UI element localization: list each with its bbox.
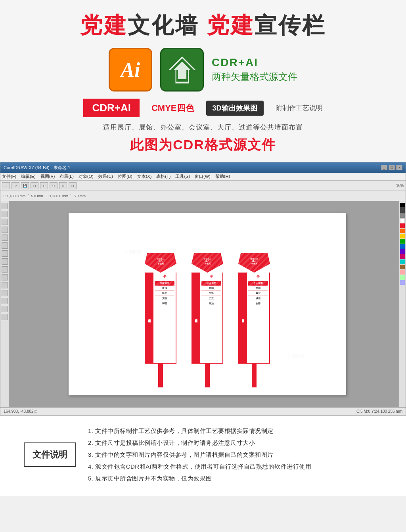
sign-1-item-4: 和谐	[155, 302, 174, 306]
cdr-statusbar: 164.900, -48.882 □ C:5 M:0 Y:24.100 255 …	[0, 407, 406, 415]
tool-text[interactable]	[2, 266, 8, 273]
sign-2-item-3: 公正	[201, 297, 221, 301]
color-dark-gray[interactable]	[400, 208, 405, 213]
menu-object[interactable]: 对象(O)	[79, 174, 94, 179]
format-text: CDR+AI 两种矢量格式源文件	[212, 56, 297, 83]
color-green[interactable]	[400, 239, 405, 244]
sign-item-1: 社会主义核心价值观 社会主义核心价值观 冬	[143, 253, 178, 387]
tool-node[interactable]	[2, 211, 8, 217]
note-item-4: 4. 源文件包含CDR和AI两种文件格式，使用者可自行选择自己熟悉的软件进行使用	[88, 461, 382, 473]
cdr-title-text: CoreIDRAW X7 (64-Bit) - 未命名-1	[4, 165, 379, 171]
info-row: CDR+AI CMYE四色 3D输出效果图 附制作工艺说明	[8, 99, 398, 117]
format-line1: CDR+AI	[212, 56, 297, 69]
toolbar-open[interactable]: ↗	[11, 182, 19, 189]
sign-1-item-3: 文明	[155, 297, 174, 301]
tool-connector[interactable]	[2, 290, 8, 296]
color-purple[interactable]	[400, 249, 405, 254]
notes-section: 文件说明 1. 文件中所标制作工艺仅供参考，具体制作工艺要根据实际情况制定 2.…	[0, 416, 406, 496]
color-light-green[interactable]	[400, 275, 405, 280]
main-title: 党建文化墙 党建宣传栏	[8, 12, 398, 38]
color-brown[interactable]	[400, 265, 405, 269]
tool-select[interactable]	[2, 203, 8, 209]
menu-table[interactable]: 表格(T)	[156, 174, 170, 179]
menu-tools[interactable]: 工具(S)	[175, 174, 190, 179]
color-orange[interactable]	[400, 229, 405, 233]
maximize-button[interactable]: □	[389, 165, 395, 170]
sign-1-item-2: 民主	[155, 292, 174, 296]
tool-outline[interactable]	[2, 314, 8, 320]
notes-label-box: 文件说明	[24, 442, 76, 467]
color-black[interactable]	[400, 203, 405, 208]
sign-3-stripe: 社会主义核心价值观	[239, 273, 247, 363]
note-item-3: 3. 文件中的文字和图片内容仅供参考，图片请根据自己的文案和图片	[88, 449, 382, 461]
title-highlight-1: 党建	[80, 13, 128, 38]
color-red[interactable]	[400, 223, 405, 228]
menu-window[interactable]: 窗口(W)	[195, 174, 211, 179]
menu-text[interactable]: 文本(X)	[137, 174, 152, 179]
color-gray[interactable]	[400, 213, 405, 218]
cdr-main-area: © 图巨网 © 图巨网 © 图巨网 社会主义核心价值观	[0, 201, 406, 407]
tool-parallel[interactable]	[2, 282, 8, 288]
menu-layout[interactable]: 布局(L)	[59, 174, 73, 179]
sign-3-item-2: 敬业	[248, 292, 268, 296]
tool-polygon[interactable]	[2, 258, 8, 265]
tool-dimension[interactable]	[2, 298, 8, 304]
menu-file[interactable]: 文件(F)	[2, 174, 16, 179]
color-light-red[interactable]	[400, 270, 405, 275]
cdr-window: CoreIDRAW X7 (64-Bit) - 未命名-1 _ □ × 文件(F…	[0, 162, 406, 416]
tool-smart[interactable]	[2, 235, 8, 241]
title-text-1: 文化墙	[128, 13, 207, 38]
tool-rect[interactable]	[2, 242, 8, 249]
note-item-2: 2. 文件尺寸是投稿比例缩小设计，制作时请务必注意尺寸大小	[88, 437, 382, 449]
color-cyan[interactable]	[400, 259, 405, 264]
note-item-5: 5. 展示页中所含图片并不为实物，仅为效果图	[88, 473, 382, 484]
header-section: 党建文化墙 党建宣传栏 Ai CDR+AI 两种矢量格式源文件	[0, 0, 406, 162]
tool-ellipse[interactable]	[2, 250, 8, 257]
menu-effect[interactable]: 效果(C)	[98, 174, 113, 179]
sign-3-item-4: 友善	[248, 302, 268, 306]
toolbar-undo[interactable]: ↩	[40, 182, 48, 189]
sign-2-item-1: 自由	[201, 287, 221, 291]
cdr-menubar: 文件(F) 编辑(E) 视图(V) 布局(L) 对象(O) 效果(C) 位图(B…	[0, 173, 406, 181]
cdr-toolbar: □ ↗ 💾 ⊟ ↩ ↪ ⊞ ⊟ 16%	[0, 181, 406, 191]
color-white[interactable]	[400, 218, 405, 223]
menu-view[interactable]: 视图(V)	[40, 174, 55, 179]
logos-row: Ai CDR+AI 两种矢量格式源文件	[8, 48, 398, 92]
tool-fill[interactable]	[2, 306, 8, 312]
menu-help[interactable]: 帮助(H)	[215, 174, 230, 179]
close-button[interactable]: ×	[396, 165, 402, 170]
color-pink[interactable]	[400, 254, 405, 259]
toolbar-import[interactable]: ⊞	[59, 182, 67, 189]
title-highlight-2: 党建	[207, 13, 255, 38]
cdr-ai-badge: CDR+AI	[83, 99, 140, 117]
tool-zoom[interactable]	[2, 219, 8, 225]
color-palette-strip	[398, 201, 406, 407]
note-item-1: 1. 文件中所标制作工艺仅供参考，具体制作工艺要根据实际情况制定	[88, 425, 382, 437]
toolbar-save[interactable]: 💾	[21, 182, 29, 189]
statusbar-coords: 164.900, -48.882 □	[4, 409, 37, 414]
size-display-2: □ 1,260.0 mm ⋮ 5.0 mm	[46, 194, 85, 198]
toolbar-print[interactable]: ⊟	[31, 182, 38, 189]
toolbar-zoom-label: 16%	[396, 183, 404, 188]
toolbar-redo[interactable]: ↪	[50, 182, 57, 189]
menu-bitmap[interactable]: 位图(B)	[118, 174, 132, 179]
cdr-left-panel	[0, 201, 9, 407]
sign-visual-2: 社会主义核心价值观 社会主义核心价值观 冬	[190, 253, 225, 387]
sign-2-panel: 社会主义核心价值观 冬 社会层面 自由 平等 公正 法治	[192, 273, 223, 364]
color-yellow[interactable]	[400, 234, 405, 238]
toolbar-new[interactable]: □	[2, 182, 10, 189]
cdr-titlebar-buttons: _ □ ×	[381, 165, 402, 170]
color-light-blue[interactable]	[400, 280, 405, 285]
effect-badge: 3D输出效果图	[206, 101, 264, 116]
sign-3-head: 社会主义核心价值观	[238, 253, 270, 273]
sign-1-stripe: 社会主义核心价值观	[146, 273, 153, 363]
tool-freehand[interactable]	[2, 227, 8, 233]
toolbar-export[interactable]: ⊟	[69, 182, 77, 189]
sign-item-2: 社会主义核心价值观 社会主义核心价值观 冬	[190, 253, 225, 387]
sign-1-title: 国家层面	[155, 281, 174, 286]
menu-edit[interactable]: 编辑(E)	[21, 174, 36, 179]
sign-3-item-1: 爱国	[248, 287, 268, 291]
color-blue[interactable]	[400, 244, 405, 249]
tool-table[interactable]	[2, 274, 8, 280]
minimize-button[interactable]: _	[381, 165, 387, 170]
